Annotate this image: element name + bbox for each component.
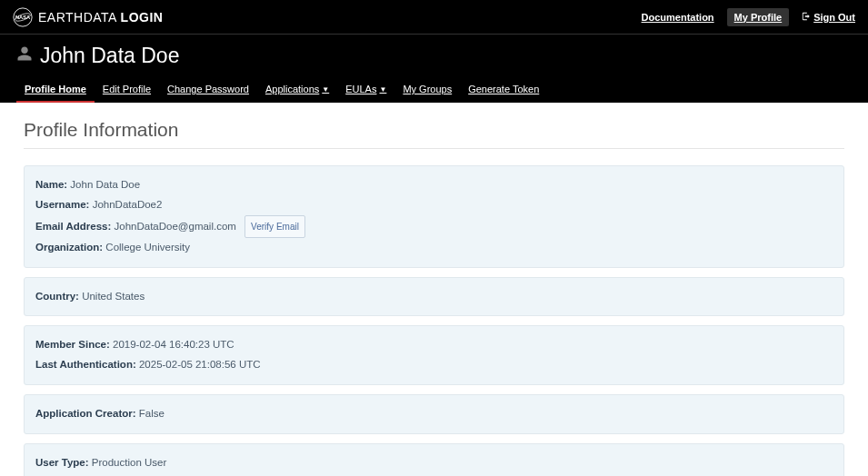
brand: NASA EARTHDATA LOGIN: [13, 7, 163, 27]
caret-down-icon: ▼: [322, 85, 329, 94]
value: 2025-02-05 21:08:56 UTC: [139, 359, 261, 370]
sign-out-wrap[interactable]: Sign Out: [802, 12, 855, 23]
label: Organization:: [35, 242, 103, 253]
tab-eulas[interactable]: EULAs ▼: [337, 77, 394, 103]
label: User Type:: [35, 457, 89, 468]
label: Email Address:: [35, 221, 111, 232]
card-app-creator: Application Creator: False: [24, 394, 844, 434]
username-row: John Data Doe: [16, 44, 852, 68]
tab-change-password[interactable]: Change Password: [159, 77, 257, 103]
content: Profile Information Name: John Data Doe …: [0, 103, 868, 476]
value: John Data Doe: [70, 179, 140, 190]
label: Last Authentication:: [35, 359, 136, 370]
top-bar: NASA EARTHDATA LOGIN Documentation My Pr…: [0, 0, 868, 35]
tab-edit-profile[interactable]: Edit Profile: [95, 77, 159, 103]
value: False: [139, 408, 165, 419]
field-last-auth: Last Authentication: 2025-02-05 21:08:56…: [35, 355, 833, 375]
nasa-logo-icon: NASA: [13, 7, 33, 27]
brand-text: EARTHDATA LOGIN: [38, 10, 163, 25]
value: 2019-02-04 16:40:23 UTC: [113, 339, 234, 350]
field-country: Country: United States: [35, 287, 833, 307]
value: Production User: [92, 457, 166, 468]
tab-applications-label: Applications: [265, 84, 319, 94]
field-organization: Organization: College University: [35, 238, 833, 258]
tabs: Profile Home Edit Profile Change Passwor…: [16, 68, 852, 103]
my-profile-link[interactable]: My Profile: [727, 8, 790, 26]
verify-email-button[interactable]: Verify Email: [244, 215, 305, 238]
documentation-link[interactable]: Documentation: [642, 12, 714, 23]
caret-down-icon: ▼: [379, 85, 386, 94]
tab-applications[interactable]: Applications ▼: [257, 77, 337, 103]
user-bar: John Data Doe Profile Home Edit Profile …: [0, 35, 868, 103]
sign-out-icon: [802, 12, 811, 23]
label: Name:: [35, 179, 67, 190]
field-member-since: Member Since: 2019-02-04 16:40:23 UTC: [35, 335, 833, 355]
user-icon: [16, 45, 33, 66]
sign-out-link[interactable]: Sign Out: [813, 12, 855, 23]
label: Member Since:: [35, 339, 110, 350]
field-email: Email Address: JohnDataDoe@gmail.com Ver…: [35, 215, 833, 238]
page-user-name: John Data Doe: [40, 44, 179, 68]
top-links: Documentation My Profile Sign Out: [642, 8, 855, 26]
value: JohnDataDoe@gmail.com: [115, 221, 236, 232]
svg-text:NASA: NASA: [15, 14, 30, 19]
card-country: Country: United States: [24, 277, 844, 317]
tab-my-groups[interactable]: My Groups: [394, 77, 460, 103]
card-dates: Member Since: 2019-02-04 16:40:23 UTC La…: [24, 325, 844, 385]
label: Country:: [35, 291, 79, 302]
tab-eulas-label: EULAs: [345, 84, 376, 94]
value: College University: [105, 242, 190, 253]
field-user-type: User Type: Production User: [35, 453, 833, 473]
tab-generate-token[interactable]: Generate Token: [460, 77, 547, 103]
field-username: Username: JohnDataDoe2: [35, 195, 833, 215]
page-title: Profile Information: [24, 119, 844, 149]
card-details: User Type: Production User Study Area: H…: [24, 443, 844, 476]
field-app-creator: Application Creator: False: [35, 404, 833, 424]
label: Application Creator:: [35, 408, 136, 419]
field-name: Name: John Data Doe: [35, 175, 833, 195]
card-basic-info: Name: John Data Doe Username: JohnDataDo…: [24, 165, 844, 268]
value: JohnDataDoe2: [93, 199, 163, 210]
label: Username:: [35, 199, 89, 210]
tab-profile-home[interactable]: Profile Home: [16, 77, 95, 103]
value: United States: [82, 291, 145, 302]
